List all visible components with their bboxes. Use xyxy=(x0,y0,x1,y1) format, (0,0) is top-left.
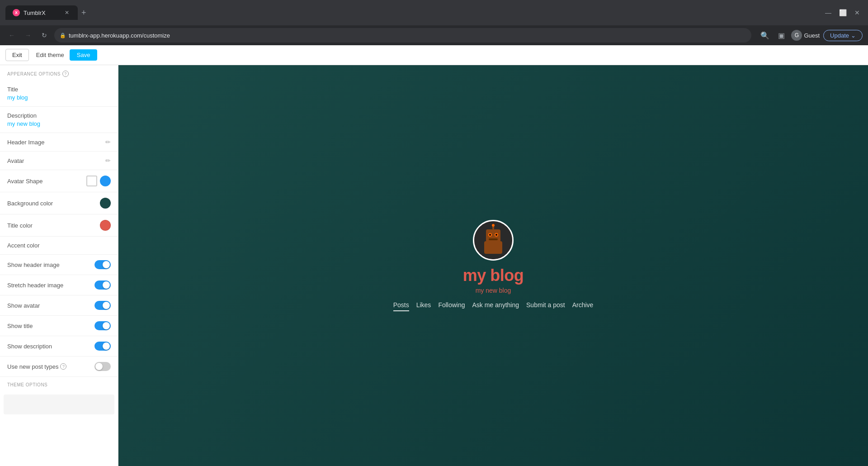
svg-point-9 xyxy=(492,224,495,227)
nav-actions: 🔍 ▣ G Guest Update ⌄ xyxy=(759,29,863,42)
forward-btn[interactable]: → xyxy=(22,29,34,42)
nav-posts[interactable]: Posts xyxy=(393,301,409,311)
new-tab-btn[interactable]: + xyxy=(80,6,88,19)
avatar-field: Avatar ✏ xyxy=(0,152,118,170)
tab-favicon: X xyxy=(13,9,20,16)
avatar-edit-icon[interactable]: ✏ xyxy=(105,157,111,164)
stretch-header-image-toggle[interactable] xyxy=(94,281,111,290)
post-types-info-icon[interactable]: ? xyxy=(60,363,66,370)
title-color-field: Title color xyxy=(0,214,118,237)
active-tab[interactable]: X TumblrX ✕ xyxy=(5,5,78,20)
nav-likes[interactable]: Likes xyxy=(416,301,431,311)
nav-archive[interactable]: Archive xyxy=(572,301,594,311)
main-layout: APPERANCE OPTIONS ? Title my blog Descri… xyxy=(0,65,868,466)
url-text: tumblrx-app.herokuapp.com/customize xyxy=(69,32,170,39)
svg-rect-7 xyxy=(489,238,498,240)
stretch-header-image-switch[interactable] xyxy=(94,281,111,290)
toggle-thumb xyxy=(103,302,110,309)
tab-bar: X TumblrX ✕ + xyxy=(5,5,819,20)
description-field: Description my new blog xyxy=(0,107,118,133)
preview-area: my blog my new blog Posts Likes Followin… xyxy=(118,65,868,466)
show-avatar-field: Show avatar xyxy=(0,295,118,316)
header-image-edit-icon[interactable]: ✏ xyxy=(105,138,111,146)
search-btn[interactable]: 🔍 xyxy=(759,29,771,42)
show-description-toggle[interactable] xyxy=(94,342,111,351)
tab-title: TumblrX xyxy=(24,10,46,16)
window-controls: — ⬜ ✕ xyxy=(823,7,863,18)
toggle-thumb xyxy=(95,363,103,370)
lock-icon: 🔒 xyxy=(60,33,66,38)
description-label: Description xyxy=(7,112,111,119)
update-label: Update xyxy=(830,32,849,39)
description-value[interactable]: my new blog xyxy=(7,120,111,127)
circle-shape-btn[interactable] xyxy=(100,176,111,186)
show-title-toggle[interactable] xyxy=(94,321,111,330)
sidebar: APPERANCE OPTIONS ? Title my blog Descri… xyxy=(0,65,118,466)
show-description-switch[interactable] xyxy=(94,342,111,351)
blog-title-preview: my blog xyxy=(463,266,524,285)
accent-color-field: Accent color xyxy=(0,237,118,255)
show-description-field: Show description xyxy=(0,336,118,357)
title-color-swatch[interactable] xyxy=(100,220,111,231)
blog-desc-preview: my new blog xyxy=(476,287,511,294)
maximize-btn[interactable]: ⬜ xyxy=(837,7,848,18)
tab-close-btn[interactable]: ✕ xyxy=(63,9,71,16)
stretch-header-image-label: Stretch header image xyxy=(7,282,63,289)
title-color-label: Title color xyxy=(7,222,33,229)
nav-bar: ← → ↻ 🔒 tumblrx-app.herokuapp.com/custom… xyxy=(0,25,868,45)
show-header-image-label: Show header image xyxy=(7,262,60,268)
profile-name: Guest xyxy=(804,32,820,39)
close-btn[interactable]: ✕ xyxy=(852,7,863,18)
use-new-post-types-switch[interactable] xyxy=(94,362,111,371)
use-new-post-types-label: Use new post types xyxy=(7,363,58,370)
update-btn[interactable]: Update ⌄ xyxy=(823,30,863,41)
appearance-options-label: APPERANCE OPTIONS ? xyxy=(0,65,118,81)
title-col: Title my blog xyxy=(7,86,111,101)
save-button[interactable]: Save xyxy=(70,49,98,61)
show-avatar-label: Show avatar xyxy=(7,302,40,309)
reload-btn[interactable]: ↻ xyxy=(38,29,51,42)
show-title-switch[interactable] xyxy=(94,321,111,330)
theme-options-placeholder xyxy=(4,395,114,414)
toggle-thumb xyxy=(103,261,110,268)
background-color-swatch[interactable] xyxy=(100,198,111,209)
address-bar[interactable]: 🔒 tumblrx-app.herokuapp.com/customize xyxy=(54,28,751,43)
show-description-label: Show description xyxy=(7,343,52,350)
title-value[interactable]: my blog xyxy=(7,94,111,101)
sidebar-toggle-btn[interactable]: ▣ xyxy=(775,29,788,42)
back-btn[interactable]: ← xyxy=(5,29,18,42)
app-toolbar: Exit Edit theme Save xyxy=(0,45,868,65)
nav-ask[interactable]: Ask me anything xyxy=(472,301,519,311)
svg-rect-1 xyxy=(484,241,502,254)
edit-theme-label: Edit theme xyxy=(36,52,64,58)
background-color-field: Background color xyxy=(0,192,118,214)
show-header-image-switch[interactable] xyxy=(94,260,111,269)
show-avatar-switch[interactable] xyxy=(94,301,111,310)
title-label: Title xyxy=(7,86,111,93)
avatar-shape-field: Avatar Shape xyxy=(0,170,118,192)
svg-point-6 xyxy=(495,234,497,236)
background-color-label: Background color xyxy=(7,200,53,207)
show-header-image-toggle[interactable] xyxy=(94,260,111,269)
blog-avatar-container xyxy=(473,220,514,261)
nav-following[interactable]: Following xyxy=(438,301,465,311)
avatar-shape-toggle[interactable] xyxy=(86,176,111,186)
browser-chrome: X TumblrX ✕ + — ⬜ ✕ xyxy=(0,0,868,25)
header-image-label: Header Image xyxy=(7,139,44,146)
svg-point-5 xyxy=(489,234,491,236)
show-title-field: Show title xyxy=(0,316,118,336)
toggle-thumb xyxy=(103,281,110,289)
nav-submit[interactable]: Submit a post xyxy=(526,301,565,311)
profile-btn[interactable]: G Guest xyxy=(791,30,820,41)
use-new-post-types-toggle[interactable] xyxy=(94,362,111,371)
minimize-btn[interactable]: — xyxy=(823,7,834,18)
exit-button[interactable]: Exit xyxy=(5,49,29,61)
square-shape-btn[interactable] xyxy=(86,176,97,186)
blog-avatar xyxy=(474,221,512,259)
blog-nav-preview: Posts Likes Following Ask me anything Su… xyxy=(393,301,594,311)
stretch-header-image-field: Stretch header image xyxy=(0,275,118,295)
show-avatar-toggle[interactable] xyxy=(94,301,111,310)
show-header-image-field: Show header image xyxy=(0,255,118,275)
appearance-info-icon[interactable]: ? xyxy=(62,71,69,77)
use-new-post-types-field: Use new post types ? xyxy=(0,357,118,377)
